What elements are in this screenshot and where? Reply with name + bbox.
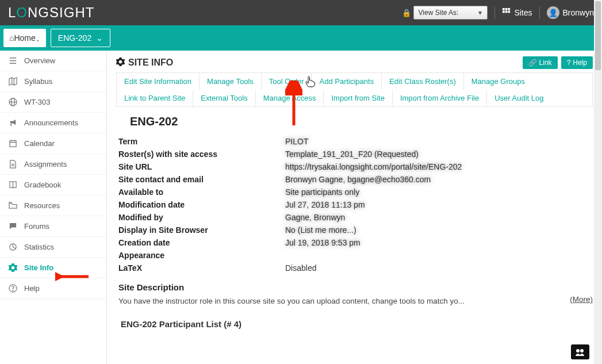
info-label: Modified by	[118, 213, 285, 222]
tool-heading: SITE INFO 🔗 Link ? Help	[116, 56, 593, 69]
sidebar-item-label: Gradebook	[24, 181, 61, 189]
folder-icon	[8, 201, 17, 210]
info-label: Roster(s) with site access	[118, 150, 285, 159]
info-value: No (List me more...)	[285, 225, 356, 235]
info-row: Modification dateJul 27, 2018 11:13 pm	[116, 198, 593, 211]
info-label: Available to	[118, 187, 285, 197]
sidebar-item-calendar[interactable]: Calendar	[0, 133, 106, 154]
sidebar-item-overview[interactable]: Overview	[0, 51, 106, 71]
floating-help-badge[interactable]	[571, 344, 589, 359]
info-value: Jul 19, 2018 9:53 pm	[285, 238, 361, 247]
scrollbar-thumb[interactable]	[595, 1, 601, 70]
sidebar-item-label: Resources	[24, 201, 60, 210]
sidebar-item-statistics[interactable]: Statistics	[0, 237, 106, 258]
info-row: Site URLhttps://trysakai.longsight.com/p…	[116, 160, 593, 173]
svg-point-26	[580, 349, 584, 352]
info-label: Appearance	[118, 251, 285, 260]
course-button[interactable]: ENG-202 ⌄	[51, 29, 110, 47]
sidebar-item-label: Forums	[24, 222, 49, 231]
separator	[494, 6, 495, 19]
svg-rect-0	[503, 8, 505, 10]
help-button[interactable]: ? Help	[561, 56, 593, 69]
sidebar-item-label: Overview	[24, 56, 55, 65]
navbar: ⌂ Home ⌄ ENG-202 ⌄	[0, 25, 602, 51]
info-value: Site participants only	[285, 187, 359, 197]
avatar-icon: 👤	[547, 6, 559, 19]
tab-add-participants[interactable]: Add Participants	[311, 73, 381, 90]
sidebar-item-label: Help	[24, 284, 40, 293]
info-label: Display in Site Browser	[118, 225, 285, 235]
tab-tool-order[interactable]: Tool Order	[261, 73, 312, 90]
sidebar-item-announcements[interactable]: Announcements	[0, 113, 106, 133]
sidebar-item-wt-303[interactable]: WT-303	[0, 92, 106, 113]
tab-user-audit-log[interactable]: User Audit Log	[486, 90, 551, 106]
more-link[interactable]: (More)	[570, 295, 593, 304]
home-icon: ⌂	[9, 33, 14, 43]
sidebar-item-help[interactable]: Help	[0, 278, 106, 299]
svg-point-25	[576, 349, 580, 352]
info-value: Disabled	[285, 263, 316, 273]
app-window: LONGSIGHT 🔒 View Site As: ▾ Sites 👤 Bron…	[0, 0, 602, 364]
info-label: Site URL	[118, 162, 285, 171]
user-menu[interactable]: 👤 Bronwyn	[547, 6, 594, 19]
scrollbar[interactable]	[594, 0, 602, 364]
tab-import-from-site[interactable]: Import from Site	[323, 90, 392, 106]
sidebar-item-label: Site Info	[24, 263, 53, 272]
topbar-right: 🔒 View Site As: ▾ Sites 👤 Bronwyn	[402, 6, 594, 20]
tab-link-to-parent-site[interactable]: Link to Parent Site	[116, 90, 193, 106]
help-label: Help	[573, 59, 587, 67]
info-label: LaTeX	[118, 263, 285, 273]
calendar-icon	[8, 139, 17, 148]
logo: LONGSIGHT	[8, 5, 94, 21]
info-row: TermPILOT	[116, 135, 593, 148]
site-title: ENG-202	[130, 115, 593, 128]
link-button[interactable]: 🔗 Link	[523, 56, 558, 69]
sites-button[interactable]: Sites	[502, 7, 532, 18]
sites-label: Sites	[514, 8, 532, 17]
gear-icon	[8, 263, 17, 272]
info-row: Roster(s) with site accessTemplate_191_2…	[116, 148, 593, 160]
main: OverviewSyllabusWT-303AnnouncementsCalen…	[0, 51, 602, 364]
view-as-dropdown[interactable]: View Site As: ▾	[413, 6, 488, 20]
tab-edit-class-roster-s-[interactable]: Edit Class Roster(s)	[381, 73, 463, 90]
tab-manage-access[interactable]: Manage Access	[255, 90, 324, 106]
info-table: TermPILOTRoster(s) with site accessTempl…	[116, 135, 593, 274]
site-info-tabs: Edit Site InformationManage ToolsTool Or…	[116, 72, 593, 107]
svg-rect-4	[505, 11, 508, 13]
bullhorn-icon	[8, 118, 17, 127]
info-row: Creation dateJul 19, 2018 9:53 pm	[116, 236, 593, 249]
tab-manage-groups[interactable]: Manage Groups	[463, 73, 532, 90]
sidebar-item-resources[interactable]: Resources	[0, 196, 106, 216]
lock-icon: 🔒	[402, 9, 411, 17]
sidebar-item-assignments[interactable]: Assignments	[0, 154, 106, 175]
svg-rect-3	[503, 11, 505, 13]
grid-icon	[502, 7, 511, 18]
book-icon	[8, 181, 17, 189]
info-value: Gagne, Bronwyn	[285, 213, 345, 222]
sidebar-item-site-info[interactable]: Site Info	[0, 258, 106, 278]
tab-edit-site-information[interactable]: Edit Site Information	[116, 73, 199, 90]
user-name: Bronwyn	[563, 8, 594, 17]
info-row: Display in Site BrowserNo (List me more.…	[116, 224, 593, 236]
info-label: Site contact and email	[118, 175, 285, 184]
info-label: Modification date	[118, 200, 285, 209]
info-row: Modified byGagne, Bronwyn	[116, 211, 593, 224]
sidebar-item-label: Statistics	[24, 243, 54, 251]
tab-import-from-archive-file[interactable]: Import from Archive File	[392, 90, 486, 106]
info-label: Term	[118, 137, 285, 146]
course-label: ENG-202	[58, 33, 91, 43]
info-value: Template_191_201_F20 (Requested)	[285, 150, 419, 159]
info-row: Appearance	[116, 249, 593, 262]
sidebar-item-gradebook[interactable]: Gradebook	[0, 175, 106, 196]
sidebar-item-forums[interactable]: Forums	[0, 216, 106, 237]
tab-manage-tools[interactable]: Manage Tools	[199, 73, 261, 90]
separator	[539, 6, 540, 19]
sidebar-item-syllabus[interactable]: Syllabus	[0, 71, 106, 92]
tab-external-tools[interactable]: External Tools	[193, 90, 255, 106]
svg-rect-2	[508, 8, 511, 10]
globe-icon	[8, 98, 17, 106]
sidebar-item-label: Syllabus	[24, 77, 52, 86]
question-icon	[8, 284, 17, 293]
home-button[interactable]: ⌂ Home ⌄	[3, 29, 46, 47]
svg-point-22	[12, 290, 13, 291]
